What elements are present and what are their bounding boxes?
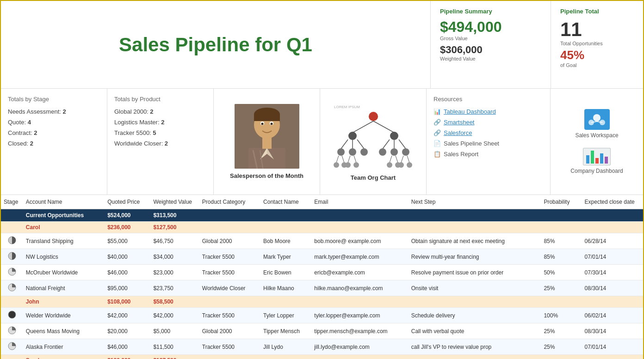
row-probability: 25% bbox=[541, 280, 582, 296]
salesperson-photo bbox=[235, 104, 299, 169]
total-opportunities: 11 bbox=[560, 18, 634, 41]
pipeline-total-title: Pipeline Total bbox=[560, 8, 634, 15]
col-header-email: Email bbox=[311, 195, 408, 209]
svg-point-32 bbox=[402, 148, 409, 156]
table-row: Queens Mass Moving $20,000 $5,000 Global… bbox=[1, 323, 643, 339]
row-product: Global 2000 bbox=[199, 323, 260, 339]
col-header-weighted: Weighted Value bbox=[150, 195, 199, 209]
workspace-section[interactable]: Sales Workspace bbox=[575, 109, 618, 139]
row-email: tipper.mensch@example.com bbox=[311, 323, 408, 339]
svg-rect-12 bbox=[262, 137, 272, 149]
row-account: McOruber Worldwide bbox=[23, 265, 105, 280]
gross-label: Gross Value bbox=[440, 36, 541, 41]
group-weighted: $313,500 bbox=[150, 209, 199, 222]
svg-line-34 bbox=[342, 156, 344, 163]
row-email: hilke.maano@example.com bbox=[311, 280, 408, 296]
row-nextstep: Schedule delivery bbox=[409, 308, 541, 323]
row-account: National Freight bbox=[23, 280, 105, 296]
table-row: Carol $236,000 $127,500 bbox=[1, 222, 643, 233]
org-chart-label: Team Org Chart bbox=[351, 174, 396, 181]
pipeline-sheet-label: Sales Pipeline Sheet bbox=[444, 140, 499, 147]
row-probability: 100% bbox=[541, 308, 582, 323]
row-nextstep: Obtain signature at next exec meeting bbox=[409, 233, 541, 249]
row-product: Tracker 5500 bbox=[199, 265, 260, 280]
salesforce-link[interactable]: Salesforce bbox=[444, 129, 472, 136]
totals-by-product: Totals by Product Global 2000: 2 Logisti… bbox=[107, 89, 214, 195]
row-product: Worldwide Closer bbox=[199, 280, 260, 296]
svg-line-38 bbox=[396, 156, 398, 163]
row-product: Tracker 5500 bbox=[199, 308, 260, 323]
col-header-quoted: Quoted Price bbox=[105, 195, 150, 209]
col-header-prob: Probability bbox=[541, 195, 582, 209]
table-row: Current Opportunities $524,000 $313,500 bbox=[1, 209, 643, 222]
row-quoted: $42,000 bbox=[105, 308, 150, 323]
sp-stage bbox=[1, 222, 23, 233]
col-header-nextstep: Next Step bbox=[409, 195, 541, 209]
row-email: ericb@example.com bbox=[311, 265, 408, 280]
company-dashboard-section[interactable]: Company Dashboard bbox=[570, 148, 623, 174]
stage-closed: Closed: 2 bbox=[8, 140, 100, 147]
salesperson-box: Salesperson of the Month bbox=[214, 89, 320, 195]
svg-point-16 bbox=[369, 112, 378, 121]
sp-quoted: $236,000 bbox=[105, 222, 150, 233]
row-quoted: $95,000 bbox=[105, 280, 150, 296]
smartsheet-link[interactable]: Smartsheet bbox=[444, 119, 474, 126]
table-row: National Freight $95,000 $23,750 Worldwi… bbox=[1, 280, 643, 296]
svg-line-40 bbox=[407, 156, 409, 163]
row-account: NW Logistics bbox=[23, 249, 105, 265]
stage-needs-assessment: Needs Assessment: 2 bbox=[8, 108, 100, 115]
row-probability: 25% bbox=[541, 323, 582, 339]
product-tracker5500: Tracker 5500: 5 bbox=[114, 129, 206, 136]
row-product: Tracker 5500 bbox=[199, 339, 260, 355]
org-chart-box: LOREM IPSUM bbox=[320, 89, 427, 195]
row-account: Queens Mass Moving bbox=[23, 323, 105, 339]
dashboard: Sales Pipeline for Q1 Pipeline Summary $… bbox=[0, 0, 644, 359]
resource-salesforce[interactable]: 🔗 Salesforce bbox=[433, 129, 543, 136]
row-close-date: 06/28/14 bbox=[582, 233, 643, 249]
row-nextstep: Resolve payment issue on prior order bbox=[409, 265, 541, 280]
header-row: Sales Pipeline for Q1 Pipeline Summary $… bbox=[1, 1, 643, 89]
stage-contract: Contract: 2 bbox=[8, 129, 100, 136]
workspace-icon bbox=[584, 109, 610, 130]
workspace-label: Sales Workspace bbox=[575, 132, 618, 139]
col-header-stage: Stage bbox=[1, 195, 23, 209]
row-product: Tracker 5500 bbox=[199, 249, 260, 265]
row-probability: 50% bbox=[541, 265, 582, 280]
resource-smartsheet[interactable]: 🔗 Smartsheet bbox=[433, 119, 543, 126]
sp-account: Carol bbox=[23, 222, 105, 233]
tableau-link[interactable]: Tableau Dashboard bbox=[444, 108, 496, 115]
link-icon: 🔗 bbox=[433, 119, 441, 126]
row-account: Welder Worldwide bbox=[23, 308, 105, 323]
stage-quote: Quote: 4 bbox=[8, 119, 100, 126]
svg-point-8 bbox=[270, 123, 272, 125]
sales-report-label: Sales Report bbox=[444, 151, 478, 158]
pipeline-total-box: Pipeline Total 11 Total Opportunities 45… bbox=[551, 1, 643, 88]
table-row: Welder Worldwide $42,000 $42,000 Tracker… bbox=[1, 308, 643, 323]
row-weighted: $23,750 bbox=[150, 280, 199, 296]
table-row: McOruber Worldwide $46,000 $23,000 Track… bbox=[1, 265, 643, 280]
svg-line-26 bbox=[399, 140, 406, 149]
page-title: Sales Pipeline for Q1 bbox=[119, 34, 312, 56]
group-stage bbox=[1, 209, 23, 222]
row-stage-icon bbox=[1, 265, 23, 280]
doc-icon: 📄 bbox=[433, 140, 441, 147]
weighted-value: $306,000 bbox=[440, 44, 541, 56]
row-probability: 85% bbox=[541, 249, 582, 265]
resource-sales-report: 📋 Sales Report bbox=[433, 151, 543, 158]
svg-point-58 bbox=[8, 311, 16, 318]
svg-line-24 bbox=[383, 140, 390, 149]
row-email: tyler.lopper@example.com bbox=[311, 308, 408, 323]
resource-tableau[interactable]: 📊 Tableau Dashboard bbox=[433, 108, 543, 115]
svg-point-28 bbox=[349, 148, 356, 156]
row-close-date: 08/30/14 bbox=[582, 280, 643, 296]
svg-line-35 bbox=[348, 156, 350, 163]
sp-weighted: $127,500 bbox=[150, 355, 199, 359]
svg-line-36 bbox=[354, 156, 356, 163]
row-quoted: $55,000 bbox=[105, 233, 150, 249]
sp-quoted: $108,000 bbox=[105, 296, 150, 308]
row-nextstep: call Jill's VP to review value prop bbox=[409, 339, 541, 355]
row-close-date: 06/02/14 bbox=[582, 308, 643, 323]
svg-point-7 bbox=[261, 123, 263, 125]
totals-by-stage: Totals by Stage Needs Assessment: 2 Quot… bbox=[1, 89, 107, 195]
row-email: mark.typer@example.com bbox=[311, 249, 408, 265]
